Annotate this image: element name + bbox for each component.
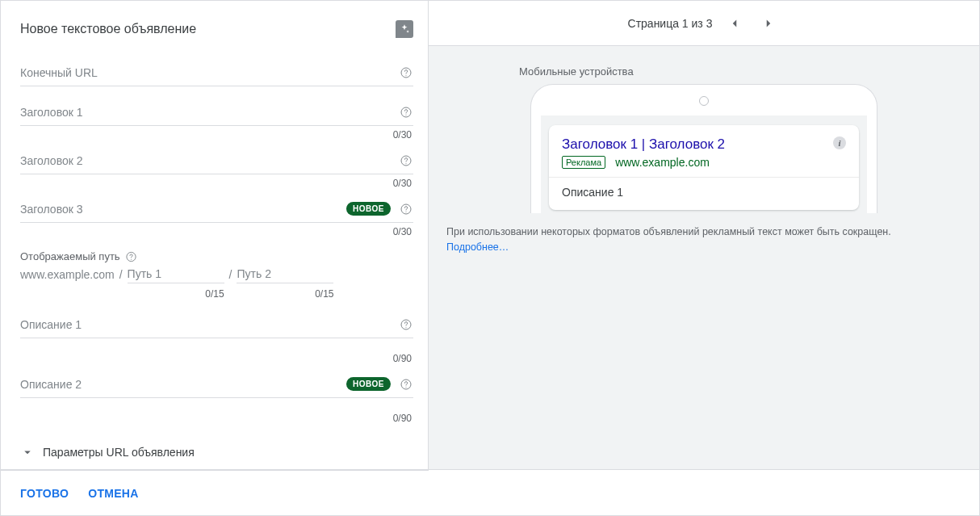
preview-pager: Страница 1 из 3 [429,1,979,46]
svg-point-13 [405,386,406,387]
preview-body: Мобильные устройства Заголовок 1 | Загол… [429,46,979,469]
svg-point-9 [131,258,132,259]
divider [549,177,859,178]
headline-1-label: Заголовок 1 [20,106,83,119]
ad-preview-card: Заголовок 1 | Заголовок 2 i Реклама www.… [549,125,859,210]
svg-point-3 [405,114,406,115]
chevron-left-icon [727,16,742,31]
headline-1-counter: 0/30 [20,126,413,142]
path-1-counter: 0/15 [128,283,224,300]
help-icon[interactable] [399,105,413,120]
headline-3-label: Заголовок 3 [20,203,83,216]
suggestions-icon[interactable] [396,20,413,38]
phone-frame: Заголовок 1 | Заголовок 2 i Реклама www.… [530,84,877,213]
svg-point-11 [405,326,406,327]
description-1-label: Описание 1 [20,318,82,331]
headline-2-input[interactable]: Заголовок 2 [20,147,413,174]
description-1-counter: 0/90 [20,338,413,366]
disclaimer-text: При использовании некоторых форматов объ… [446,226,891,237]
chevron-right-icon [761,16,776,31]
ad-badge: Реклама [562,156,605,169]
preview-disclaimer: При использовании некоторых форматов объ… [446,224,961,255]
headline-2-counter: 0/30 [20,174,413,191]
description-2-label: Описание 2 [20,378,82,391]
description-2-counter: 0/90 [20,398,413,426]
new-badge: НОВОЕ [346,202,391,216]
preview-panel: Страница 1 из 3 Мобильные устройства Заг… [429,1,979,469]
pager-next-button[interactable] [757,12,780,35]
pager-prev-button[interactable] [723,12,746,35]
cancel-button[interactable]: ОТМЕНА [88,487,138,500]
field-display-path: Отображаемый путь www.example.com / 0/15… [20,250,413,300]
chevron-down-icon [20,445,35,459]
footer-bar: ГОТОВО ОТМЕНА [1,469,979,515]
ad-description: Описание 1 [562,186,846,199]
pager-text: Страница 1 из 3 [628,17,713,30]
headline-2-label: Заголовок 2 [20,154,83,167]
main: Новое текстовое объявление Конечный URL [1,1,979,469]
headline-3-counter: 0/30 [20,223,413,239]
field-headline-1: Заголовок 1 0/30 [20,99,413,142]
device-label: Мобильные устройства [519,65,961,78]
help-icon[interactable] [399,377,413,392]
disclaimer-link[interactable]: Подробнее… [446,241,509,253]
field-description-2: Описание 2 НОВОЕ 0/90 [20,371,413,426]
form-header: Новое текстовое объявление [20,20,413,38]
final-url-label: Конечный URL [20,66,98,79]
form-panel: Новое текстовое объявление Конечный URL [1,1,429,469]
final-url-input[interactable]: Конечный URL [20,59,413,86]
ad-display-url: www.example.com [615,156,710,169]
svg-point-5 [405,162,406,163]
page-title: Новое текстовое объявление [20,22,196,36]
svg-point-7 [405,211,406,212]
display-path-label: Отображаемый путь [20,250,120,262]
url-options-label: Параметры URL объявления [43,446,195,459]
field-final-url: Конечный URL [20,59,413,86]
url-options-expander[interactable]: Параметры URL объявления [20,445,413,459]
description-2-input[interactable]: Описание 2 НОВОЕ [20,371,413,398]
description-1-input[interactable]: Описание 1 [20,311,413,338]
path-2-counter: 0/15 [237,283,333,300]
field-description-1: Описание 1 0/90 [20,311,413,366]
svg-point-1 [405,74,406,75]
phone-speaker-icon [699,96,709,106]
field-headline-3: Заголовок 3 НОВОЕ 0/30 [20,195,413,239]
headline-1-input[interactable]: Заголовок 1 [20,99,413,126]
headline-3-input[interactable]: Заголовок 3 НОВОЕ [20,195,413,223]
field-headline-2: Заголовок 2 0/30 [20,147,413,191]
new-badge: НОВОЕ [346,377,391,391]
path-2-input[interactable] [237,264,333,283]
info-icon[interactable]: i [833,136,846,149]
phone-screen: Заголовок 1 | Заголовок 2 i Реклама www.… [541,115,867,213]
path-1-input[interactable] [128,264,224,283]
done-button[interactable]: ГОТОВО [20,487,69,500]
ad-headline: Заголовок 1 | Заголовок 2 [562,136,725,153]
help-icon[interactable] [399,153,413,168]
ad-editor-app: Новое текстовое объявление Конечный URL [0,0,980,516]
help-icon[interactable] [399,317,413,332]
help-icon[interactable] [125,250,137,262]
help-icon[interactable] [399,202,413,216]
help-icon[interactable] [399,65,413,80]
display-path-base: www.example.com [20,268,115,296]
